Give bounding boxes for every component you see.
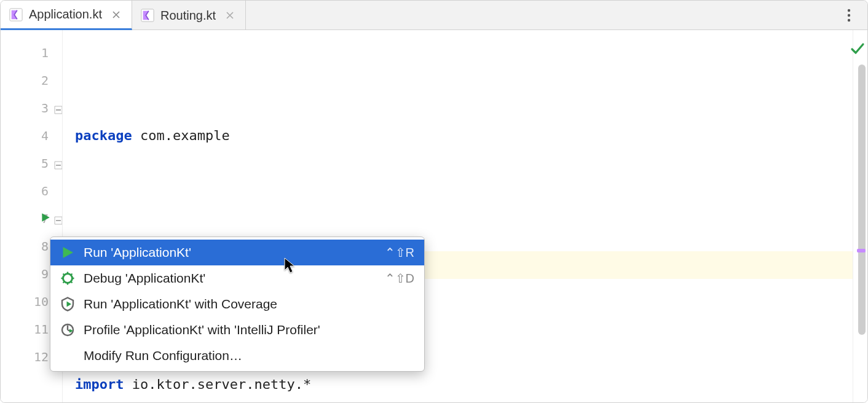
kotlin-file-icon: [9, 8, 23, 22]
menu-label: Debug 'ApplicationKt': [84, 271, 205, 286]
menu-profile-application[interactable]: Profile 'ApplicationKt' with 'IntelliJ P…: [50, 317, 424, 343]
menu-label: Modify Run Configuration…: [84, 348, 242, 363]
line-number: 2: [1, 66, 62, 94]
svg-point-2: [848, 9, 850, 12]
close-icon[interactable]: [111, 9, 122, 20]
menu-label: Profile 'ApplicationKt' with 'IntelliJ P…: [84, 323, 320, 337]
run-context-menu: Run 'ApplicationKt' ⌃⇧R Debug 'Applicati…: [50, 237, 425, 372]
line-number: 6: [1, 177, 62, 205]
profiler-icon: [60, 323, 75, 337]
kotlin-file-icon: [141, 9, 154, 22]
line-number: 1: [1, 39, 62, 66]
menu-shortcut: ⌃⇧D: [385, 271, 414, 286]
scrollbar-thumb[interactable]: [858, 65, 866, 335]
tab-label: Application.kt: [29, 7, 102, 22]
tab-label: Routing.kt: [160, 9, 216, 23]
debug-icon: [60, 271, 75, 286]
blank-icon: [60, 348, 75, 363]
inspection-ok-icon[interactable]: [850, 41, 865, 58]
menu-run-application[interactable]: Run 'ApplicationKt' ⌃⇧R: [50, 240, 424, 265]
menu-label: Run 'ApplicationKt' with Coverage: [84, 297, 277, 311]
line-number: 4: [1, 122, 62, 149]
package-name: com.example: [140, 128, 230, 143]
menu-label: Run 'ApplicationKt': [84, 245, 191, 260]
coverage-icon: [60, 297, 75, 311]
import-path: io.ktor.server.netty.*: [132, 377, 311, 392]
ide-window: Application.kt Routing.kt 1 2 3 4: [0, 0, 868, 403]
svg-point-3: [848, 14, 850, 17]
line-number: 7: [1, 205, 62, 232]
menu-shortcut: ⌃⇧R: [385, 245, 414, 260]
keyword: package: [75, 128, 132, 143]
tab-routing-kt[interactable]: Routing.kt: [132, 1, 246, 30]
close-icon[interactable]: [224, 10, 235, 21]
line-number: 5: [1, 149, 62, 177]
editor-tabbar: Application.kt Routing.kt: [1, 1, 867, 30]
run-gutter-icon[interactable]: [40, 211, 51, 226]
run-icon: [60, 245, 75, 260]
svg-point-4: [848, 19, 850, 22]
editor-right-rail: [853, 30, 867, 402]
tabbar-more-icon[interactable]: [838, 1, 860, 30]
menu-debug-application[interactable]: Debug 'ApplicationKt' ⌃⇧D: [50, 265, 424, 291]
line-number: 3: [1, 94, 62, 122]
keyword: import: [75, 377, 124, 392]
rail-marker[interactable]: [857, 249, 866, 252]
tab-application-kt[interactable]: Application.kt: [1, 1, 132, 30]
menu-modify-run-config[interactable]: Modify Run Configuration…: [50, 343, 424, 369]
menu-run-with-coverage[interactable]: Run 'ApplicationKt' with Coverage: [50, 291, 424, 317]
